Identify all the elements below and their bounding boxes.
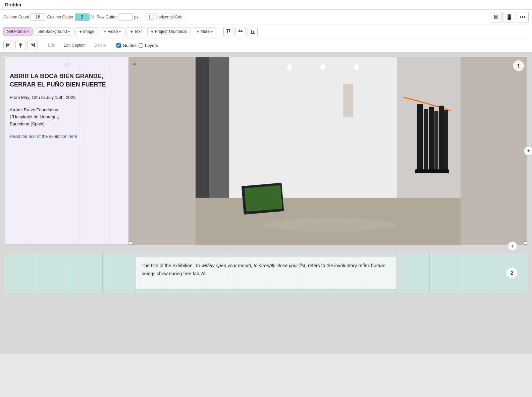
svg-point-25: [320, 64, 326, 70]
frame2-badge: 2: [507, 268, 517, 278]
edit-caption-button[interactable]: Edit Caption: [60, 41, 89, 49]
layers-label[interactable]: Layers: [145, 43, 158, 48]
desktop-icon-btn[interactable]: 🖥: [490, 12, 502, 22]
set-background-label: Set Background: [38, 29, 67, 34]
frame-1-inner: ◇ ABRIR LA BOCA BIEN GRANDE, CERRAR EL P…: [5, 57, 527, 245]
exhibit-link[interactable]: Read the text of the exhibition here: [10, 133, 124, 140]
svg-rect-37: [415, 169, 449, 173]
add-project-thumbnail-label: Project Thumbnail: [155, 29, 188, 34]
guides-label[interactable]: Guides: [123, 43, 137, 48]
svg-rect-7: [253, 31, 254, 33]
add-project-thumbnail-button[interactable]: + Project Thumbnail: [147, 27, 191, 36]
exhibit-title: ABRIR LA BOCA BIEN GRANDE, CERRAR EL PUÑ…: [10, 72, 124, 89]
row-gutter-label: Row Gutter: [96, 15, 117, 19]
toolbar-row-add: Set Frame ▾ Set Background ▾ + Image + V…: [3, 24, 529, 38]
svg-rect-36: [444, 110, 448, 173]
mobile-icon-btn[interactable]: 📱: [503, 12, 515, 22]
align-top-icon: [226, 29, 231, 34]
badge-number-1: 1: [517, 63, 520, 68]
toolbar-row-edit: Edit Edit Caption Delete Guides Layers: [3, 38, 529, 52]
row-gutter-unit: px: [134, 15, 139, 19]
align-bottom-button[interactable]: [248, 27, 258, 36]
align-left-items-icon: [6, 43, 11, 48]
horizontal-grid-label: Horizontal Grid: [156, 15, 182, 19]
edit-caption-label: Edit Caption: [64, 43, 86, 48]
exhibition-text-part1: The title of the exhibition,: [142, 263, 195, 268]
svg-rect-1: [227, 30, 228, 33]
svg-rect-8: [251, 33, 255, 34]
guides-checkbox[interactable]: [116, 43, 121, 48]
add-bottom-button[interactable]: +: [508, 241, 517, 251]
svg-rect-10: [7, 44, 10, 45]
add-right-button[interactable]: +: [524, 146, 532, 156]
add-thumbnail-plus: +: [151, 29, 154, 34]
align-middle-icon: [238, 29, 243, 34]
separator3: [41, 41, 41, 49]
svg-rect-31: [417, 104, 423, 171]
gallery-image[interactable]: 1: [129, 57, 527, 245]
resize-handle[interactable]: ⬌: [132, 60, 137, 68]
text-block-2: The title of the exhibition, To widely o…: [135, 256, 397, 290]
add-more-plus: +: [197, 29, 199, 34]
add-text-plus: +: [130, 29, 133, 34]
add-text-button[interactable]: + Text: [126, 27, 145, 36]
set-frame-caret: ▾: [27, 30, 29, 34]
svg-rect-0: [226, 29, 230, 30]
horizontal-grid-checkbox[interactable]: [149, 15, 154, 19]
svg-point-24: [287, 64, 292, 70]
svg-point-40: [263, 218, 397, 231]
add-more-button[interactable]: + More ▾: [193, 27, 216, 36]
align-bottom-icon: [250, 29, 255, 34]
svg-rect-6: [251, 30, 252, 33]
delete-button[interactable]: Delete: [91, 41, 109, 49]
layers-checkbox[interactable]: [139, 43, 143, 48]
align-center-items-button[interactable]: [15, 41, 25, 50]
align-middle-button[interactable]: [235, 27, 246, 36]
separator: [142, 13, 142, 21]
svg-rect-16: [31, 44, 34, 45]
column-count-input[interactable]: [31, 13, 45, 21]
more-options-btn[interactable]: •••: [517, 12, 529, 22]
set-frame-button[interactable]: Set Frame ▾: [3, 27, 33, 36]
add-more-label: More: [201, 29, 210, 34]
badge-number-2: 2: [511, 270, 513, 276]
corner-handle-br[interactable]: [524, 241, 527, 245]
horizontal-grid-group: Horizontal Grid: [146, 13, 186, 21]
corner-handle-bl[interactable]: [129, 241, 132, 245]
svg-rect-2: [229, 30, 230, 32]
edit-button[interactable]: Edit: [45, 41, 58, 49]
frame-1: ◇ ABRIR LA BOCA BIEN GRANDE, CERRAR EL P…: [5, 57, 527, 245]
align-right-items-icon: [30, 43, 35, 48]
gallery-svg: [129, 57, 527, 245]
svg-rect-33: [429, 107, 434, 172]
frame2-content: The title of the exhibition, To widely o…: [5, 256, 527, 290]
svg-rect-14: [19, 45, 21, 46]
svg-rect-9: [6, 43, 7, 47]
venue-line3: Barcelona (Spain): [10, 121, 45, 126]
svg-rect-30: [343, 84, 353, 117]
row-gutter-input[interactable]: [118, 13, 133, 21]
align-top-button[interactable]: [223, 27, 233, 36]
column-count-label: Column Count: [3, 15, 29, 19]
venue-line2: L'Hospitalet de Llobregat,: [10, 114, 59, 119]
align-right-items-button[interactable]: [28, 41, 38, 50]
add-image-button[interactable]: + Image: [75, 27, 98, 36]
add-video-plus: +: [104, 29, 106, 34]
text-block-1: ◇ ABRIR LA BOCA BIEN GRANDE, CERRAR EL P…: [5, 57, 129, 245]
delete-label: Delete: [94, 43, 106, 48]
set-background-button[interactable]: Set Background ▾: [35, 27, 73, 36]
device-icons: 🖥 📱 •••: [490, 12, 529, 22]
add-video-button[interactable]: + Video ▾: [100, 27, 124, 36]
exhibition-text-italic: To widely open your mouth, to strongly c…: [195, 263, 307, 268]
separator4: [113, 41, 113, 49]
column-count-group: Column Count: [3, 13, 45, 21]
svg-rect-15: [34, 43, 35, 47]
column-gutter-label: Column Gutter: [47, 15, 73, 19]
svg-rect-5: [238, 31, 243, 32]
column-gutter-input[interactable]: [75, 13, 90, 21]
app-title: Gridder: [0, 0, 532, 10]
add-video-label: Video: [108, 29, 118, 34]
align-left-items-button[interactable]: [3, 41, 13, 50]
venue-line1: Arranz Bravo Foundation: [10, 107, 58, 112]
canvas-area: ◇ ABRIR LA BOCA BIEN GRANDE, CERRAR EL P…: [0, 52, 532, 354]
